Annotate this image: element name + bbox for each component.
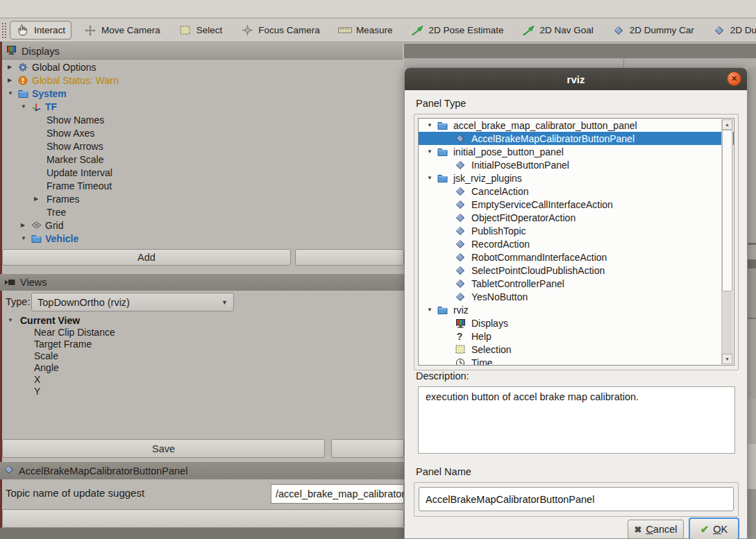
displays-secondary-button[interactable] (295, 249, 404, 266)
views-secondary-button[interactable] (331, 439, 404, 458)
ok-button[interactable]: ✔ OK (689, 517, 739, 539)
expander-icon[interactable]: ▼ (427, 307, 437, 313)
tree-item[interactable]: ▶ Grid (2, 219, 403, 232)
tree-item[interactable]: Target Frame (2, 338, 403, 350)
tree-item[interactable]: RecordAction (419, 237, 734, 250)
tree-item[interactable]: ▶ Global Status: Warn (2, 74, 403, 87)
menu-item[interactable] (39, 1, 56, 16)
tree-item[interactable]: RobotCommandInterfaceAction (419, 250, 734, 264)
tree-item[interactable]: ▶ Global Options (2, 60, 403, 74)
scrollbar-thumb[interactable] (722, 130, 732, 291)
tree-item[interactable]: ? Help (419, 330, 734, 343)
close-button[interactable]: ✕ (727, 71, 741, 86)
displays-panel-header[interactable]: Displays (2, 43, 403, 60)
tree-item[interactable]: Show Names (2, 113, 403, 126)
tree-item[interactable]: Frame Timeout (2, 179, 403, 192)
tree-item[interactable]: ▼ System (2, 87, 403, 100)
tree-item[interactable]: Near Clip Distance (2, 326, 403, 338)
topic-name-input[interactable]: /accel_brake_map_calibrator/output/updat… (271, 484, 404, 504)
tree-item[interactable]: Selection (419, 343, 734, 356)
tree-item-label: Marker Scale (47, 154, 103, 165)
menu-item[interactable] (22, 1, 39, 16)
expander-icon[interactable]: ▼ (21, 103, 31, 110)
tree-item[interactable]: SelectPointCloudPublishAction (419, 264, 734, 277)
tree-item[interactable]: ▼ jsk_rviz_plugins (419, 171, 734, 185)
tree-item[interactable]: ObjectFitOperatorAction (419, 211, 734, 224)
dialog-titlebar[interactable]: rviz ✕ (405, 68, 747, 90)
expander-icon[interactable]: ▼ (8, 90, 18, 96)
save-button-label: Save (152, 443, 175, 454)
add-button[interactable]: Add (2, 249, 291, 266)
views-panel-header[interactable]: Views (0, 274, 404, 291)
tree-item[interactable]: Marker Scale (2, 153, 403, 166)
panel-name-input[interactable]: AccelBrakeMapCalibratorButtonPanel (419, 487, 734, 511)
right-edge-panel (748, 319, 756, 399)
expander-icon[interactable]: ▼ (427, 148, 437, 155)
tree-item[interactable]: ▼ accel_brake_map_calibrator_button_pane… (419, 119, 734, 132)
toolbar-button-label: 2D Nav Goal (539, 25, 593, 35)
background-divider (623, 58, 624, 67)
tree-item[interactable]: Scale (2, 350, 403, 361)
toolbar-button[interactable]: Interact (10, 21, 72, 40)
tree-item[interactable]: Update Interval (2, 166, 403, 179)
toolbar-button[interactable]: Select (172, 22, 229, 39)
cancel-button[interactable]: ✖ Cancel (628, 520, 684, 539)
tree-item[interactable]: EmptyServiceCallInterfaceAction (419, 198, 734, 211)
diamond-icon (455, 134, 469, 144)
tree-item[interactable]: InitialPoseButtonPanel (419, 158, 734, 171)
toolbar-button[interactable]: 2D Dummy Pedestrian (706, 22, 756, 39)
expander-icon[interactable]: ▶ (34, 196, 44, 202)
svg-text:?: ? (457, 332, 463, 341)
tree-item[interactable]: ▶ Frames (2, 192, 403, 205)
view-type-dropdown[interactable]: TopDownOrtho (rviz) ▼ (31, 293, 234, 311)
tree-item[interactable]: ▼ rviz (419, 303, 734, 316)
tree-item[interactable]: YesNoButton (419, 290, 734, 303)
toolbar-button[interactable]: 2D Nav Goal (515, 22, 599, 39)
toolbar-button[interactable]: 2D Dummy Car (605, 22, 700, 39)
scroll-up-button[interactable]: ▲ (722, 119, 732, 130)
tree-item[interactable]: ▼ TF (2, 100, 403, 113)
expander-icon[interactable]: ▼ (8, 317, 18, 323)
tree-item[interactable]: Angle (2, 361, 403, 373)
expander-icon[interactable]: ▶ (8, 77, 18, 83)
tree-item[interactable]: TabletControllerPanel (419, 277, 734, 290)
tree-item-label: SelectPointCloudPublishAction (471, 265, 605, 276)
tree-item[interactable]: CancelAction (419, 185, 734, 198)
expander-icon[interactable]: ▼ (427, 175, 437, 181)
displays-tree: ▶ Global Options ▶ Global Status: Warn ▼… (2, 60, 403, 245)
tree-item[interactable]: Y (2, 385, 403, 397)
save-button[interactable]: Save (2, 439, 325, 458)
expander-icon[interactable]: ▼ (21, 235, 31, 241)
hand-icon (16, 24, 30, 36)
scrollbar[interactable]: ▲ ▼ (721, 119, 733, 364)
panel-action-button[interactable] (2, 509, 404, 528)
tree-item-label: Displays (471, 318, 508, 329)
tree-item-label: CancelAction (471, 186, 529, 197)
tree-item[interactable]: Displays (419, 316, 734, 330)
chevron-down-icon: ▼ (221, 299, 228, 306)
toolbar-button[interactable]: 2D Pose Estimate (404, 22, 510, 39)
panel-name-value: AccelBrakeMapCalibratorButtonPanel (426, 494, 594, 505)
expander-icon[interactable]: ▶ (21, 222, 31, 228)
toolbar-drag-handle[interactable] (1, 22, 7, 39)
scroll-down-button[interactable]: ▼ (722, 354, 732, 364)
tree-item[interactable]: Tree (2, 205, 403, 219)
gear-icon (18, 62, 30, 72)
expander-icon[interactable]: ▼ (427, 122, 437, 128)
tree-item[interactable]: Time (419, 356, 734, 366)
toolbar-button[interactable]: Move Camera (77, 22, 167, 40)
accel-panel-header[interactable]: AccelBrakeMapCalibratorButtonPanel (0, 462, 404, 479)
tree-item[interactable]: ▼ Vehicle (2, 232, 403, 245)
toolbar-button[interactable]: Focus Camera (234, 22, 326, 39)
tree-item[interactable]: ▼ Current View (2, 314, 403, 326)
expander-icon[interactable]: ▶ (8, 64, 18, 70)
menu-item[interactable] (6, 1, 22, 16)
toolbar-button-label: 2D Dummy Pedestrian (730, 25, 756, 35)
tree-item[interactable]: AccelBrakeMapCalibratorButtonPanel (419, 132, 734, 145)
toolbar-button[interactable]: Measure (332, 22, 399, 39)
tree-item[interactable]: Show Arrows (2, 139, 403, 153)
tree-item[interactable]: Show Axes (2, 126, 403, 139)
tree-item[interactable]: X (2, 373, 403, 385)
tree-item[interactable]: ▼ initial_pose_button_panel (419, 145, 734, 158)
tree-item[interactable]: PublishTopic (419, 224, 734, 237)
